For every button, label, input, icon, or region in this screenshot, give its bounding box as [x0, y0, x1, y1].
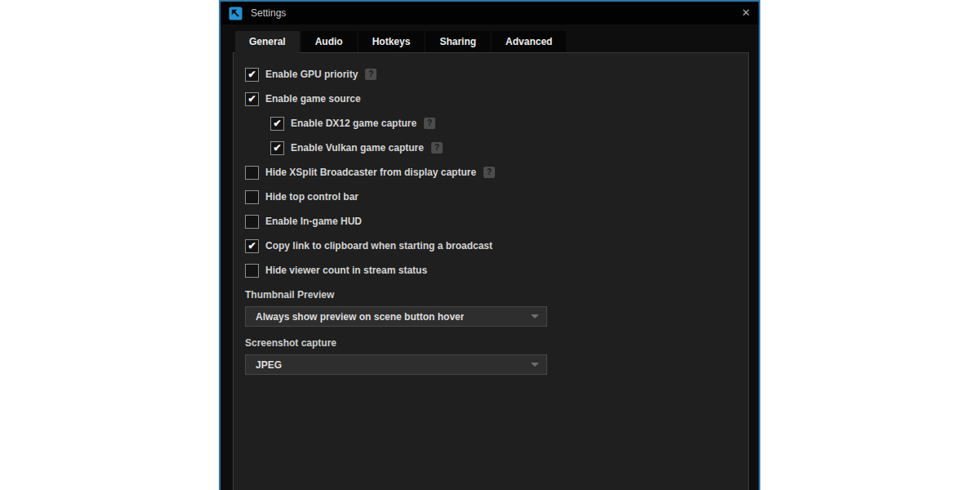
- checkbox[interactable]: ✔: [270, 141, 284, 155]
- checkbox-row[interactable]: Hide XSplit Broadcaster from display cap…: [245, 160, 737, 185]
- chevron-down-icon: [531, 314, 539, 318]
- checkbox[interactable]: [245, 264, 259, 278]
- check-icon: ✔: [273, 118, 281, 128]
- checkbox-row[interactable]: Hide top control bar: [245, 185, 737, 209]
- tab-hotkeys[interactable]: Hotkeys: [359, 31, 425, 52]
- checkbox-label: Enable Vulkan game capture: [291, 142, 424, 154]
- checkbox-label: Hide top control bar: [265, 191, 359, 203]
- checkbox-label: Hide XSplit Broadcaster from display cap…: [265, 167, 476, 178]
- checkbox-list: ✔ Enable GPU priority ? ✔ Enable game so…: [245, 62, 737, 283]
- title-bar: Settings ✕: [220, 2, 759, 24]
- check-icon: ✔: [247, 69, 256, 79]
- checkbox-row[interactable]: Enable In-game HUD: [245, 209, 737, 234]
- check-icon: ✔: [247, 94, 256, 104]
- check-icon: ✔: [273, 143, 281, 153]
- close-button[interactable]: ✕: [726, 2, 751, 24]
- thumbnail-preview-dropdown[interactable]: Always show preview on scene button hove…: [245, 306, 547, 327]
- checkbox[interactable]: [245, 166, 259, 180]
- dropdown-value: Always show preview on scene button hove…: [256, 311, 464, 323]
- help-icon[interactable]: ?: [365, 69, 376, 80]
- tab-general[interactable]: General: [235, 31, 300, 54]
- checkbox[interactable]: ✔: [245, 239, 259, 253]
- help-icon[interactable]: ?: [424, 118, 435, 129]
- checkbox[interactable]: ✔: [270, 117, 284, 131]
- checkbox-label: Copy link to clipboard when starting a b…: [265, 240, 492, 252]
- tab-bar: GeneralAudioHotkeysSharingAdvanced: [235, 31, 566, 54]
- dropdown-value: JPEG: [256, 359, 282, 371]
- dropdown-group: Thumbnail Preview Always show preview on…: [245, 289, 737, 327]
- screenshot-capture-dropdown[interactable]: JPEG: [245, 354, 547, 375]
- checkbox-row[interactable]: ✔ Enable Vulkan game capture ?: [245, 136, 737, 160]
- checkbox-row[interactable]: Hide viewer count in stream status: [245, 258, 737, 283]
- checkbox-row[interactable]: ✔ Enable GPU priority ?: [245, 62, 737, 87]
- checkbox[interactable]: [245, 190, 259, 204]
- settings-window: Settings ✕ GeneralAudioHotkeysSharingAdv…: [219, 0, 760, 490]
- dropdown-section: Thumbnail Preview Always show preview on…: [245, 289, 737, 375]
- help-icon[interactable]: ?: [431, 142, 443, 154]
- dropdown-label: Thumbnail Preview: [245, 289, 737, 301]
- checkbox-row[interactable]: ✔ Copy link to clipboard when starting a…: [245, 234, 737, 258]
- checkbox-label: Hide viewer count in stream status: [265, 265, 427, 276]
- dropdown-label: Screenshot capture: [245, 337, 737, 350]
- checkbox[interactable]: [245, 215, 259, 229]
- checkbox-row[interactable]: ✔ Enable game source: [245, 87, 737, 111]
- checkbox[interactable]: ✔: [245, 92, 259, 106]
- chevron-down-icon: [531, 363, 539, 367]
- general-settings-panel: ✔ Enable GPU priority ? ✔ Enable game so…: [233, 52, 749, 490]
- checkbox-row[interactable]: ✔ Enable DX12 game capture ?: [245, 111, 737, 136]
- checkbox-label: Enable game source: [265, 93, 361, 105]
- window-title: Settings: [251, 7, 286, 19]
- xsplit-logo-icon: [229, 7, 243, 20]
- tab-advanced[interactable]: Advanced: [492, 31, 566, 52]
- checkbox-label: Enable GPU priority: [265, 69, 358, 80]
- dropdown-group: Screenshot capture JPEG: [245, 337, 737, 375]
- check-icon: ✔: [247, 241, 256, 251]
- tab-audio[interactable]: Audio: [301, 31, 357, 52]
- checkbox[interactable]: ✔: [245, 68, 259, 82]
- checkbox-label: Enable DX12 game capture: [291, 118, 416, 129]
- tab-sharing[interactable]: Sharing: [425, 31, 490, 52]
- help-icon[interactable]: ?: [483, 167, 495, 178]
- checkbox-label: Enable In-game HUD: [265, 216, 362, 227]
